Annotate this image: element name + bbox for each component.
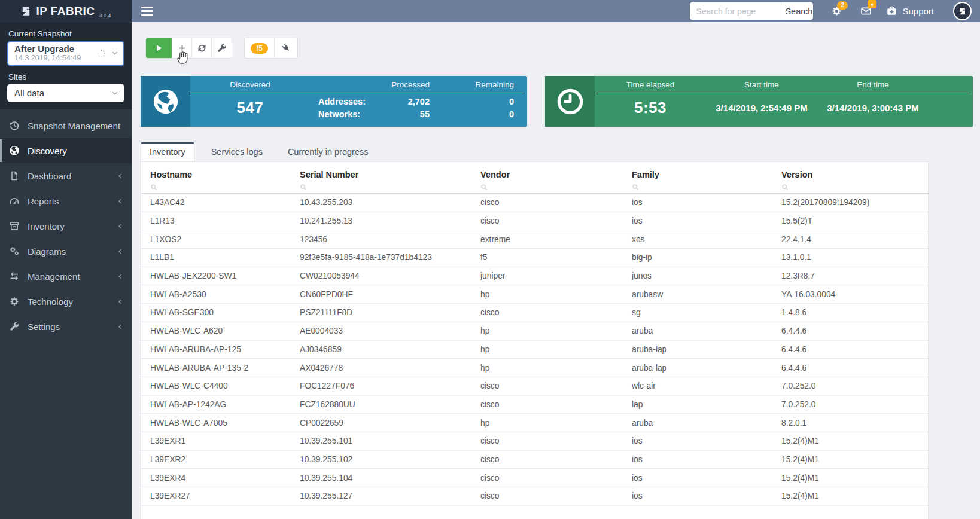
sidebar-item-label: Inventory	[28, 221, 65, 231]
table-cell: cisco	[471, 308, 623, 317]
table-cell: ios	[623, 216, 772, 225]
search-button[interactable]: Search	[781, 2, 813, 20]
stat-label: Networks:	[318, 108, 360, 120]
table-cell: 15.2(4)M1	[772, 436, 928, 445]
tab-inventory[interactable]: Inventory	[141, 142, 194, 161]
table-cell: L39EXR27	[141, 491, 291, 500]
table-row[interactable]: L43AC4210.43.255.203ciscoios15.2(2017080…	[141, 194, 928, 212]
table-cell: YA.16.03.0004	[772, 290, 928, 299]
table-cell: aruba	[623, 419, 772, 428]
table-cell: cisco	[471, 455, 623, 464]
table-row[interactable]: HWLAB-WLC-C4400FOC1227F076ciscowlc-air7.…	[141, 377, 928, 396]
column-header-family[interactable]: Family	[623, 169, 772, 181]
sidebar-item-technology[interactable]: Technology	[0, 289, 132, 314]
table-row[interactable]: L39EXR110.39.255.101ciscoios15.2(4)M1	[141, 432, 928, 451]
user-avatar[interactable]	[953, 2, 972, 20]
hamburger-menu-icon[interactable]	[141, 7, 153, 16]
sidebar-item-label: Settings	[28, 322, 60, 332]
table-cell: HWLAB-WLC-C4400	[141, 381, 291, 390]
sidebar-item-inventory[interactable]: Inventory	[0, 213, 132, 239]
column-header-vendor[interactable]: Vendor	[471, 169, 623, 181]
chevron-left-icon	[117, 173, 123, 179]
table-row[interactable]: L1LB192f3e5fa-9185-418a-1e737d1b4123f5bi…	[141, 249, 928, 267]
table-cell: 15.2(4)M1	[772, 491, 928, 500]
settings-notifications-button[interactable]: 2	[831, 5, 842, 17]
column-filter-hostname[interactable]	[141, 181, 291, 193]
table-cell: HWLAB-SGE300	[141, 308, 291, 317]
start-time-value: 3/14/2019, 2:54:49 PM	[706, 103, 817, 113]
app-logo[interactable]: IP FABRIC 3.0.4	[0, 0, 132, 22]
table-cell: HWLAB-ARUBA-AP-125	[141, 345, 291, 354]
chevron-left-icon	[117, 198, 123, 204]
table-cell: cisco	[471, 198, 623, 207]
sidebar-item-management[interactable]: Management	[0, 264, 132, 289]
column-filter-version[interactable]	[772, 181, 928, 193]
tab-services-logs[interactable]: Services logs	[203, 142, 271, 161]
refresh-icon	[197, 43, 207, 53]
sidebar-item-discovery[interactable]: Discovery	[0, 138, 132, 163]
column-header-version[interactable]: Version	[772, 169, 928, 181]
table-row[interactable]: L1XOS2123456extremexos22.4.1.4	[141, 230, 928, 249]
add-button[interactable]	[172, 38, 192, 58]
sites-select[interactable]: All data	[7, 84, 124, 102]
table-cell: 15.2(4)M1	[772, 474, 928, 483]
ip-fabric-logo-icon	[20, 5, 32, 17]
column-header-hostname[interactable]: Hostname	[141, 169, 291, 181]
support-kit-icon	[886, 5, 897, 17]
table-row[interactable]: HWLAB-JEX2200-SW1CW0210053944juniperjuno…	[141, 267, 928, 286]
stat-remaining: 0	[433, 108, 514, 120]
table-cell: CN60FPD0HF	[291, 290, 471, 299]
tools-button[interactable]	[212, 38, 232, 58]
table-row[interactable]: L39EXR2710.39.255.127ciscoios15.2(4)M1	[141, 487, 928, 506]
alert-count-badge: !5	[251, 43, 268, 54]
table-row[interactable]: HWLAB-AP-1242AGFCZ162880UUciscolap7.0.25…	[141, 396, 928, 414]
refresh-button[interactable]	[192, 38, 212, 58]
chevron-left-icon	[117, 298, 123, 305]
table-cell: 15.2(20170809:194209)	[772, 198, 928, 207]
table-cell: AE0004033	[291, 326, 471, 335]
column-header-serial-number[interactable]: Serial Number	[291, 169, 471, 181]
card-header: Start time	[706, 80, 817, 89]
table-cell: HWLAB-AP-1242AG	[141, 400, 291, 409]
sidebar-item-label: Technology	[28, 297, 73, 307]
sidebar-item-snapshot-management[interactable]: Snapshot Management	[0, 113, 132, 138]
table-row[interactable]: L1R1310.241.255.13ciscoios15.5(2)T	[141, 212, 928, 231]
topbar: IP FABRIC 3.0.4 Search 2 Support	[0, 0, 980, 22]
alerts-button[interactable]: !5	[245, 38, 275, 58]
search-input[interactable]	[690, 2, 781, 20]
table-row[interactable]: HWLAB-ARUBA-AP-135-2AX0426778hparuba-lap…	[141, 359, 928, 377]
sidebar-item-diagrams[interactable]: Diagrams	[0, 239, 132, 264]
table-cell: L1R13	[141, 216, 291, 225]
table-row[interactable]: HWLAB-WLC-A7005CP0022659hparuba8.2.0.1	[141, 414, 928, 432]
column-filter-serial-number[interactable]	[291, 181, 471, 193]
snapshot-select[interactable]: After Upgrade 14.3.2019, 14:54:49	[7, 41, 124, 66]
table-cell: juniper	[471, 271, 623, 280]
table-row[interactable]: HWLAB-WLC-A620AE0004033hparuba6.4.4.6	[141, 322, 928, 341]
table-row[interactable]: HWLAB-ARUBA-AP-125AJ0346859hparuba-lap6.…	[141, 341, 928, 359]
sidebar-item-dashboard[interactable]: Dashboard	[0, 163, 132, 188]
column-filter-family[interactable]	[623, 181, 772, 193]
table-cell: xos	[623, 235, 772, 244]
chevron-left-icon	[117, 273, 123, 280]
table-cell: cisco	[471, 491, 623, 500]
table-cell: 10.39.255.104	[291, 474, 471, 483]
table-cell: FCZ162880UU	[291, 400, 471, 409]
sidebar-item-reports[interactable]: Reports	[0, 188, 132, 213]
table-cell: hp	[471, 364, 623, 373]
card-header: Discovered	[190, 80, 310, 89]
brand-name: IP FABRIC	[36, 5, 95, 18]
inventory-table: HostnameSerial NumberVendorFamilyVersion…	[141, 161, 929, 519]
sidebar-item-settings[interactable]: Settings	[0, 314, 132, 339]
table-row[interactable]: HWLAB-A2530CN60FPD0HFhparubaswYA.16.03.0…	[141, 285, 928, 304]
table-row[interactable]: HWLAB-SGE300PSZ21111F8Dciscosg1.4.8.6	[141, 304, 928, 322]
table-row[interactable]: L39EXR410.39.255.104ciscoios15.2(4)M1	[141, 469, 928, 487]
stat-remaining: 0	[433, 96, 514, 108]
messages-button[interactable]	[860, 5, 872, 17]
connectivity-button[interactable]	[275, 38, 297, 58]
support-button[interactable]: Support	[886, 5, 934, 17]
tab-currently-in-progress[interactable]: Currently in progress	[279, 142, 377, 161]
table-row[interactable]: L39EXR210.39.255.102ciscoios15.2(4)M1	[141, 451, 928, 469]
column-filter-vendor[interactable]	[471, 181, 623, 193]
start-discovery-button[interactable]	[146, 38, 172, 58]
table-cell: cisco	[471, 381, 623, 390]
